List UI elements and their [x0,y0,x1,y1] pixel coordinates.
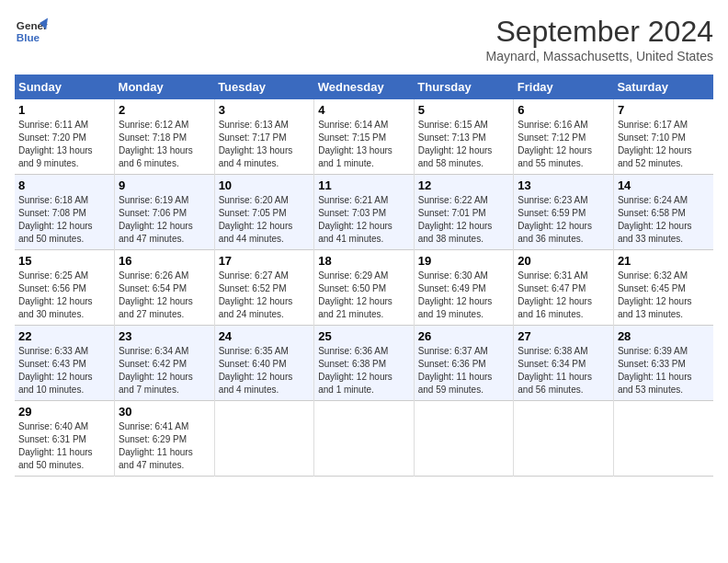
day-cell: 5Sunrise: 6:15 AM Sunset: 7:13 PM Daylig… [414,99,514,175]
day-info: Sunrise: 6:35 AM Sunset: 6:40 PM Dayligh… [219,345,311,396]
day-info: Sunrise: 6:22 AM Sunset: 7:01 PM Dayligh… [418,194,510,246]
day-number: 11 [318,178,410,192]
day-info: Sunrise: 6:18 AM Sunset: 7:08 PM Dayligh… [18,194,110,246]
day-number: 23 [119,329,210,343]
day-cell: 28Sunrise: 6:39 AM Sunset: 6:33 PM Dayli… [613,326,713,401]
day-cell: 4Sunrise: 6:14 AM Sunset: 7:15 PM Daylig… [314,99,415,175]
day-info: Sunrise: 6:21 AM Sunset: 7:03 PM Dayligh… [318,194,410,246]
day-info: Sunrise: 6:17 AM Sunset: 7:10 PM Dayligh… [618,119,710,170]
day-cell: 18Sunrise: 6:29 AM Sunset: 6:50 PM Dayli… [314,250,415,326]
day-info: Sunrise: 6:34 AM Sunset: 6:42 PM Dayligh… [119,345,210,396]
day-info: Sunrise: 6:39 AM Sunset: 6:33 PM Dayligh… [618,345,710,396]
day-number: 20 [518,254,609,268]
day-info: Sunrise: 6:27 AM Sunset: 6:52 PM Dayligh… [219,270,311,321]
day-number: 13 [518,178,609,192]
day-cell: 14Sunrise: 6:24 AM Sunset: 6:58 PM Dayli… [613,175,713,250]
day-number: 24 [219,329,311,343]
day-cell: 9Sunrise: 6:19 AM Sunset: 7:06 PM Daylig… [115,175,215,250]
svg-text:Blue: Blue [17,31,40,43]
day-info: Sunrise: 6:38 AM Sunset: 6:34 PM Dayligh… [518,345,609,396]
day-info: Sunrise: 6:19 AM Sunset: 7:06 PM Dayligh… [119,194,210,246]
day-number: 17 [219,254,311,268]
location: Maynard, Massachusetts, United States [486,49,713,63]
day-info: Sunrise: 6:13 AM Sunset: 7:17 PM Dayligh… [219,119,311,170]
day-cell: 8Sunrise: 6:18 AM Sunset: 7:08 PM Daylig… [15,175,115,250]
header-row: SundayMondayTuesdayWednesdayThursdayFrid… [15,75,713,99]
day-cell [214,401,314,477]
week-row-5: 29Sunrise: 6:40 AM Sunset: 6:31 PM Dayli… [15,401,713,477]
day-number: 28 [618,329,710,343]
day-cell: 17Sunrise: 6:27 AM Sunset: 6:52 PM Dayli… [214,250,314,326]
day-cell: 15Sunrise: 6:25 AM Sunset: 6:56 PM Dayli… [15,250,115,326]
day-cell: 7Sunrise: 6:17 AM Sunset: 7:10 PM Daylig… [613,99,713,175]
day-number: 26 [418,329,510,343]
day-info: Sunrise: 6:12 AM Sunset: 7:18 PM Dayligh… [119,119,210,170]
day-info: Sunrise: 6:11 AM Sunset: 7:20 PM Dayligh… [18,119,110,170]
day-number: 19 [418,254,510,268]
calendar-table: SundayMondayTuesdayWednesdayThursdayFrid… [15,75,713,477]
day-cell: 3Sunrise: 6:13 AM Sunset: 7:17 PM Daylig… [214,99,314,175]
month-year: September 2024 [486,15,713,49]
day-cell: 24Sunrise: 6:35 AM Sunset: 6:40 PM Dayli… [214,326,314,401]
day-cell: 19Sunrise: 6:30 AM Sunset: 6:49 PM Dayli… [414,250,514,326]
day-number: 27 [518,329,609,343]
day-number: 6 [518,103,609,117]
day-number: 5 [418,103,510,117]
day-number: 4 [318,103,410,117]
day-info: Sunrise: 6:33 AM Sunset: 6:43 PM Dayligh… [18,345,110,396]
day-info: Sunrise: 6:32 AM Sunset: 6:45 PM Dayligh… [618,270,710,321]
day-cell: 11Sunrise: 6:21 AM Sunset: 7:03 PM Dayli… [314,175,415,250]
header-cell-friday: Friday [514,75,614,99]
day-cell: 29Sunrise: 6:40 AM Sunset: 6:31 PM Dayli… [15,401,115,477]
day-cell [414,401,514,477]
day-cell: 22Sunrise: 6:33 AM Sunset: 6:43 PM Dayli… [15,326,115,401]
week-row-3: 15Sunrise: 6:25 AM Sunset: 6:56 PM Dayli… [15,250,713,326]
day-cell: 27Sunrise: 6:38 AM Sunset: 6:34 PM Dayli… [514,326,614,401]
day-cell: 21Sunrise: 6:32 AM Sunset: 6:45 PM Dayli… [613,250,713,326]
day-cell: 1Sunrise: 6:11 AM Sunset: 7:20 PM Daylig… [15,99,115,175]
header: General Blue September 2024 Maynard, Mas… [15,15,713,63]
day-cell: 12Sunrise: 6:22 AM Sunset: 7:01 PM Dayli… [414,175,514,250]
day-info: Sunrise: 6:37 AM Sunset: 6:36 PM Dayligh… [418,345,510,396]
day-cell [613,401,713,477]
day-info: Sunrise: 6:31 AM Sunset: 6:47 PM Dayligh… [518,270,609,321]
day-number: 25 [318,329,410,343]
day-number: 9 [119,178,210,192]
title-block: September 2024 Maynard, Massachusetts, U… [486,15,713,63]
day-number: 16 [119,254,210,268]
day-number: 1 [18,103,110,117]
day-info: Sunrise: 6:30 AM Sunset: 6:49 PM Dayligh… [418,270,510,321]
day-cell: 25Sunrise: 6:36 AM Sunset: 6:38 PM Dayli… [314,326,415,401]
day-number: 29 [18,405,110,419]
header-cell-saturday: Saturday [613,75,713,99]
day-info: Sunrise: 6:26 AM Sunset: 6:54 PM Dayligh… [119,270,210,321]
day-info: Sunrise: 6:29 AM Sunset: 6:50 PM Dayligh… [318,270,410,321]
day-info: Sunrise: 6:41 AM Sunset: 6:29 PM Dayligh… [119,420,210,472]
day-cell: 13Sunrise: 6:23 AM Sunset: 6:59 PM Dayli… [514,175,614,250]
week-row-2: 8Sunrise: 6:18 AM Sunset: 7:08 PM Daylig… [15,175,713,250]
day-info: Sunrise: 6:36 AM Sunset: 6:38 PM Dayligh… [318,345,410,396]
day-cell [514,401,614,477]
header-cell-sunday: Sunday [15,75,115,99]
day-cell: 20Sunrise: 6:31 AM Sunset: 6:47 PM Dayli… [514,250,614,326]
day-info: Sunrise: 6:20 AM Sunset: 7:05 PM Dayligh… [219,194,311,246]
day-info: Sunrise: 6:14 AM Sunset: 7:15 PM Dayligh… [318,119,410,170]
day-number: 21 [618,254,710,268]
logo: General Blue [15,15,48,48]
day-cell: 6Sunrise: 6:16 AM Sunset: 7:12 PM Daylig… [514,99,614,175]
header-cell-wednesday: Wednesday [314,75,415,99]
day-number: 3 [219,103,311,117]
day-number: 18 [318,254,410,268]
header-cell-monday: Monday [115,75,215,99]
day-info: Sunrise: 6:40 AM Sunset: 6:31 PM Dayligh… [18,420,110,472]
day-info: Sunrise: 6:25 AM Sunset: 6:56 PM Dayligh… [18,270,110,321]
day-cell: 16Sunrise: 6:26 AM Sunset: 6:54 PM Dayli… [115,250,215,326]
header-cell-tuesday: Tuesday [214,75,314,99]
day-info: Sunrise: 6:23 AM Sunset: 6:59 PM Dayligh… [518,194,609,246]
day-number: 12 [418,178,510,192]
day-number: 22 [18,329,110,343]
day-number: 8 [18,178,110,192]
day-number: 2 [119,103,210,117]
day-number: 15 [18,254,110,268]
day-cell: 2Sunrise: 6:12 AM Sunset: 7:18 PM Daylig… [115,99,215,175]
